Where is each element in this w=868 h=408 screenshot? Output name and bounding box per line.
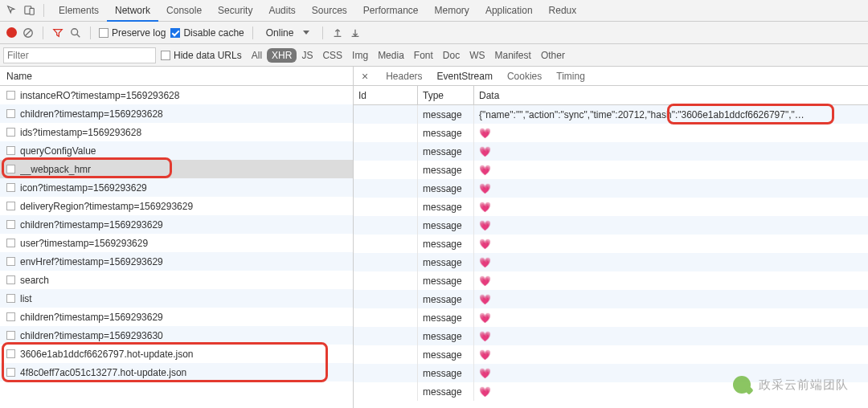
stream-row[interactable]: message💗 [354, 327, 868, 345]
preserve-log-checkbox[interactable]: Preserve log [99, 27, 166, 39]
request-row[interactable]: children?timestamp=1569293630 [0, 326, 353, 345]
download-har-icon[interactable] [349, 27, 362, 39]
cell-type: message [418, 271, 474, 290]
filter-chip-doc[interactable]: Doc [438, 48, 465, 63]
detail-tab-timing[interactable]: Timing [556, 71, 585, 82]
stream-row[interactable]: message💗 [354, 198, 868, 216]
stream-row[interactable]: message💗 [354, 216, 868, 235]
cell-id [354, 124, 418, 142]
tab-audits[interactable]: Audits [260, 1, 303, 20]
request-name: icon?timestamp=1569293629 [20, 182, 147, 194]
tab-memory[interactable]: Memory [427, 1, 477, 20]
stream-row[interactable]: message💗 [354, 161, 868, 179]
cell-id [354, 179, 418, 198]
stream-row[interactable]: message💗 [354, 253, 868, 271]
stream-row[interactable]: message💗 [354, 124, 868, 142]
cell-type: message [418, 216, 474, 235]
cell-type: message [418, 235, 474, 253]
filter-chip-font[interactable]: Font [409, 48, 438, 63]
stream-row[interactable]: message💗 [354, 235, 868, 253]
close-icon[interactable]: × [362, 70, 371, 83]
tab-security[interactable]: Security [210, 1, 260, 20]
request-row[interactable]: list [0, 289, 353, 308]
detail-tab-cookies[interactable]: Cookies [507, 71, 542, 82]
filter-chip-manifest[interactable]: Manifest [490, 48, 536, 63]
tab-elements[interactable]: Elements [51, 1, 107, 20]
request-row[interactable]: instanceRO?timestamp=1569293628 [0, 86, 353, 104]
request-row[interactable]: user?timestamp=1569293629 [0, 234, 353, 252]
record-button[interactable] [6, 27, 17, 38]
hide-data-urls-checkbox[interactable]: Hide data URLs [161, 50, 242, 61]
search-icon[interactable] [69, 27, 82, 39]
row-checkbox-icon [6, 165, 15, 173]
request-row[interactable]: ids?timestamp=1569293628 [0, 123, 353, 141]
col-type-header[interactable]: Type [418, 86, 474, 104]
filter-input[interactable] [3, 47, 156, 63]
filter-chip-css[interactable]: CSS [317, 48, 347, 63]
stream-row[interactable]: message💗 [354, 308, 868, 327]
device-toggle-icon[interactable] [23, 3, 37, 18]
request-name: 4f8c0eff7ac051c13277.hot-update.json [20, 367, 186, 378]
disable-cache-checkbox[interactable]: Disable cache [170, 27, 244, 39]
hide-data-urls-label: Hide data URLs [174, 50, 242, 61]
filter-chip-other[interactable]: Other [536, 48, 570, 63]
cell-data: {"name":"","action":"sync","time":20712,… [474, 105, 868, 124]
disable-cache-label: Disable cache [183, 27, 244, 39]
name-column-header[interactable]: Name [0, 67, 353, 86]
tab-performance[interactable]: Performance [355, 1, 427, 20]
cell-type: message [418, 179, 474, 198]
filter-chip-media[interactable]: Media [373, 48, 409, 63]
stream-row[interactable]: message💗 [354, 345, 868, 364]
filter-chip-ws[interactable]: WS [465, 48, 489, 63]
detail-tab-eventstream[interactable]: EventStream [437, 71, 493, 82]
request-row[interactable]: children?timestamp=1569293629 [0, 308, 353, 326]
request-row[interactable]: children?timestamp=1569293629 [0, 215, 353, 234]
cell-id [354, 235, 418, 253]
row-checkbox-icon [6, 294, 15, 303]
watermark: 政采云前端团队 [733, 376, 849, 394]
stream-row[interactable]: message💗 [354, 290, 868, 308]
stream-row[interactable]: message{"name":"","action":"sync","time"… [354, 105, 868, 124]
cell-data: 💗 [474, 345, 868, 364]
svg-line-3 [26, 30, 31, 35]
filter-icon[interactable] [51, 27, 64, 39]
tab-console[interactable]: Console [158, 1, 210, 20]
tab-redux[interactable]: Redux [541, 1, 585, 20]
tab-sources[interactable]: Sources [304, 1, 355, 20]
request-row[interactable]: envHref?timestamp=1569293629 [0, 252, 353, 271]
request-row[interactable]: deliveryRegion?timestamp=1569293629 [0, 197, 353, 215]
request-row[interactable]: search [0, 271, 353, 289]
clear-icon[interactable] [22, 27, 35, 39]
throttling-select[interactable]: Online [261, 27, 315, 39]
request-row[interactable]: __webpack_hmr [0, 160, 353, 178]
tab-network[interactable]: Network [107, 1, 158, 22]
filter-chip-js[interactable]: JS [297, 48, 317, 63]
cell-type: message [418, 290, 474, 308]
row-checkbox-icon [6, 312, 15, 321]
tab-application[interactable]: Application [477, 1, 541, 20]
checkbox-icon [170, 28, 180, 38]
filter-chip-img[interactable]: Img [347, 48, 373, 63]
request-row[interactable]: 4f8c0eff7ac051c13277.hot-update.json [0, 363, 353, 381]
stream-row[interactable]: message💗 [354, 142, 868, 161]
request-row[interactable]: icon?timestamp=1569293629 [0, 178, 353, 197]
upload-har-icon[interactable] [331, 27, 344, 39]
request-row[interactable]: queryConfigValue [0, 141, 353, 160]
col-data-header[interactable]: Data [474, 86, 868, 104]
grid-header: Id Type Data [354, 86, 868, 105]
stream-row[interactable]: message💗 [354, 179, 868, 198]
request-row[interactable]: 3606e1ab1ddcf6626797.hot-update.json [0, 345, 353, 363]
row-checkbox-icon [6, 368, 15, 377]
detail-tab-headers[interactable]: Headers [386, 71, 422, 82]
row-checkbox-icon [6, 220, 15, 229]
row-checkbox-icon [6, 257, 15, 266]
cell-id [354, 290, 418, 308]
filter-chip-xhr[interactable]: XHR [267, 48, 297, 63]
cell-id [354, 382, 418, 401]
heart-icon: 💗 [479, 294, 491, 305]
request-row[interactable]: children?timestamp=1569293628 [0, 104, 353, 123]
col-id-header[interactable]: Id [354, 86, 418, 104]
stream-row[interactable]: message💗 [354, 271, 868, 290]
filter-chip-all[interactable]: All [247, 48, 267, 63]
inspect-icon[interactable] [5, 3, 19, 18]
